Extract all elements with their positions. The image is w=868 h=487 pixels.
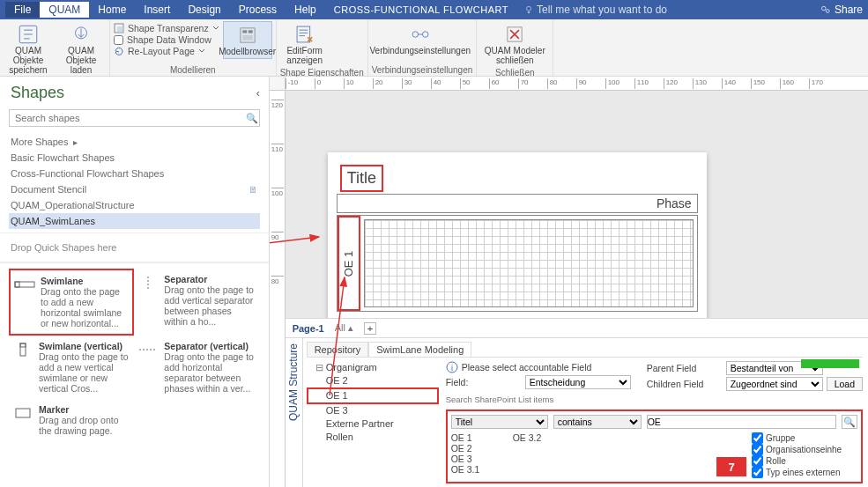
btn-conn-settings[interactable]: Verbindungseinstellungen: [372, 21, 469, 57]
quam-structure-sidebar[interactable]: QUAM Structure: [286, 338, 303, 487]
collapse-panel-icon[interactable]: ‹: [256, 87, 260, 100]
result-item[interactable]: OE 3: [451, 454, 513, 464]
qs-tab-swimlane[interactable]: SwimLane Modeling: [368, 342, 471, 357]
tab-file[interactable]: File: [5, 2, 40, 18]
tree-rollen[interactable]: Rollen: [307, 431, 439, 444]
svg-point-12: [412, 32, 419, 38]
type-checkbox[interactable]: [752, 432, 763, 444]
type-item[interactable]: Organisationseinhe: [752, 444, 857, 455]
filter-value[interactable]: [647, 415, 836, 429]
swimlane-title[interactable]: Title: [340, 165, 383, 192]
btn-editform-label: EditForm anzeigen: [282, 46, 328, 65]
result-item[interactable]: [513, 464, 575, 475]
tab-process[interactable]: Process: [230, 2, 286, 18]
page-tab-all[interactable]: All ▴: [335, 322, 353, 334]
separator-v-icon: [137, 343, 159, 357]
field-select[interactable]: Entscheidung: [525, 375, 631, 389]
stencil-document[interactable]: Document Stencil 🗎: [9, 181, 260, 197]
load-button[interactable]: Load: [827, 377, 863, 391]
btn-editform[interactable]: EditForm anzeigen: [280, 21, 330, 67]
tab-home[interactable]: Home: [89, 2, 135, 18]
result-item[interactable]: OE 3.1: [451, 464, 513, 475]
result-item[interactable]: [513, 443, 575, 454]
swimlane-row-header[interactable]: OE 1: [338, 216, 360, 311]
chk-shape-transparenz[interactable]: Shape Transparenz: [114, 23, 219, 33]
shapes-search-input[interactable]: [10, 110, 245, 126]
tab-doc-type[interactable]: CROSS-FUNCTIONAL FLOWCHART: [325, 3, 517, 17]
tab-quam[interactable]: QUAM: [40, 2, 89, 18]
swimlane-row-body[interactable]: [364, 219, 694, 307]
group-sync: QUAM Objekte speichern QUAM Objekte lade…: [0, 19, 110, 76]
more-shapes[interactable]: More Shapes ▸: [9, 134, 260, 150]
chk-shape-data[interactable]: Shape Data Window: [114, 34, 219, 45]
shape-marker-desc: Drag and drop onto the drawing page.: [39, 415, 118, 436]
svg-rect-15: [15, 282, 34, 287]
tree-oe3[interactable]: OE 3: [307, 404, 439, 417]
result-item[interactable]: OE 1: [451, 432, 513, 443]
swimlane-v-icon: [12, 343, 33, 357]
result-item[interactable]: OE 2: [451, 443, 513, 454]
chevron-down-icon: [212, 25, 219, 32]
stencil-swimlanes[interactable]: QUAM_SwimLanes: [9, 213, 260, 229]
filter-field[interactable]: Titel: [451, 415, 548, 429]
shape-separator[interactable]: SeparatorDrag onto the page to add verti…: [134, 269, 259, 336]
share-label: Share: [835, 4, 863, 16]
svg-rect-9: [248, 30, 252, 33]
shape-swimlane-v-title: Swimlane (vertical): [39, 341, 130, 351]
page-tab-add[interactable]: +: [364, 322, 376, 335]
type-item[interactable]: Gruppe: [752, 432, 857, 444]
chk-shape-data-box[interactable]: [114, 35, 123, 45]
drawing-page[interactable]: Title Phase OE 1: [328, 152, 707, 318]
tell-me-search[interactable]: Tell me what you want to do: [524, 4, 667, 16]
type-item[interactable]: Typ eines externen: [752, 467, 857, 478]
btn-quam-save[interactable]: QUAM Objekte speichern: [4, 21, 53, 77]
shape-swimlane[interactable]: SwimlaneDrag onto the page to add a new …: [9, 269, 134, 336]
tab-insert[interactable]: Insert: [135, 2, 179, 18]
filter-op[interactable]: contains: [553, 415, 642, 429]
type-checkbox[interactable]: [752, 444, 763, 455]
stencil-opstruct[interactable]: QUAM_OperationalStructure: [9, 197, 260, 213]
shape-swimlane-v[interactable]: Swimlane (vertical)Drag onto the page to…: [9, 336, 134, 399]
org-tree: Organigram OE 2 OE 1 OE 3 Externe Partne…: [307, 361, 439, 483]
shape-separator-v-title: Separator (vertical): [164, 341, 256, 351]
qs-tab-repo[interactable]: Repository: [307, 342, 369, 357]
btn-quam-load[interactable]: QUAM Objekte laden: [56, 21, 106, 77]
chk-relayout[interactable]: Re-Layout Page: [114, 46, 219, 56]
btn-close-modeler-label: QUAM Modeler schließen: [482, 46, 547, 65]
share-button[interactable]: Share: [820, 4, 863, 16]
type-item[interactable]: Rolle: [752, 455, 857, 467]
chevron-down-icon: [198, 48, 205, 55]
tree-oe1[interactable]: OE 1: [307, 387, 439, 404]
swimlane-phase[interactable]: Phase: [337, 194, 698, 213]
children-select[interactable]: Zugeordnet sind: [726, 377, 823, 391]
tree-root[interactable]: Organigram: [307, 361, 439, 374]
field-label: Field:: [446, 377, 522, 387]
chk-shape-transparenz-label: Shape Transparenz: [128, 23, 209, 33]
btn-close-modeler[interactable]: QUAM Modeler schließen: [480, 21, 549, 67]
type-checkbox[interactable]: [752, 455, 763, 467]
result-item[interactable]: [513, 454, 575, 464]
swimlane-icon: [14, 277, 35, 291]
type-checkbox[interactable]: [752, 467, 763, 478]
tree-oe2[interactable]: OE 2: [307, 374, 439, 387]
filter-go[interactable]: 🔍: [842, 415, 857, 429]
shape-separator-desc: Drag onto the page to add vertical separ…: [164, 284, 254, 327]
search-icon[interactable]: 🔍: [245, 113, 259, 124]
canvas[interactable]: Title Phase OE 1: [286, 91, 868, 318]
shape-marker-title: Marker: [39, 404, 130, 415]
result-item[interactable]: OE 3.2: [513, 432, 575, 443]
marker-icon: [12, 406, 33, 420]
tab-design[interactable]: Design: [179, 2, 229, 18]
page-tab-1[interactable]: Page-1: [293, 323, 324, 334]
svg-rect-16: [15, 282, 19, 287]
tree-externe[interactable]: Externe Partner: [307, 417, 439, 431]
tab-help[interactable]: Help: [286, 2, 325, 18]
swimlane-row-label: OE 1: [342, 250, 355, 277]
shape-marker[interactable]: MarkerDrag and drop onto the drawing pag…: [9, 399, 134, 441]
stencil-crossfunc[interactable]: Cross-Functional Flowchart Shapes: [9, 166, 260, 181]
svg-point-13: [422, 32, 428, 38]
stencil-basic[interactable]: Basic Flowchart Shapes: [9, 150, 260, 166]
shape-separator-v[interactable]: Separator (vertical)Drag onto the page t…: [134, 336, 259, 399]
shape-grid: SwimlaneDrag onto the page to add a new …: [0, 262, 269, 446]
btn-modellbrowser[interactable]: Modellbrowser: [223, 21, 272, 59]
